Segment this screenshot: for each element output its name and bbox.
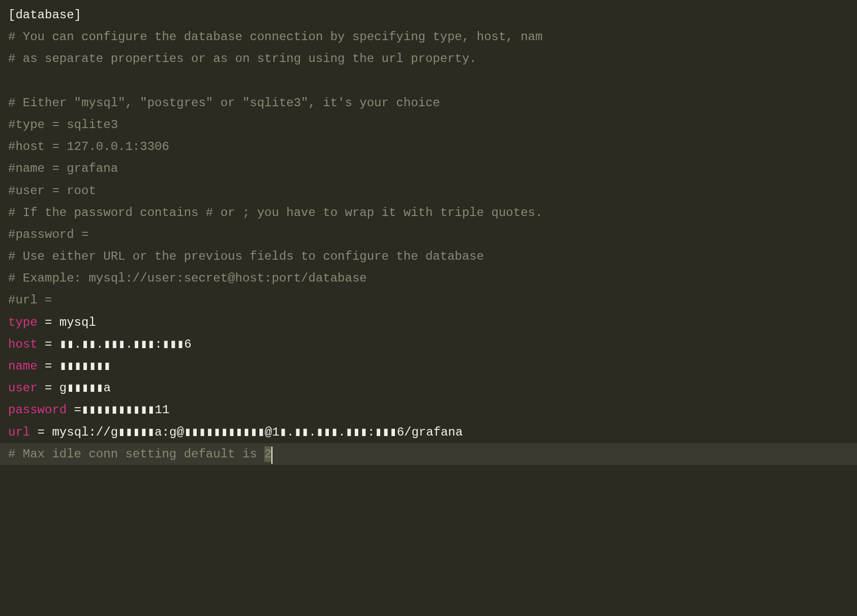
- config-line-host: host = ▮▮.▮▮.▮▮▮.▮▮▮:▮▮▮6: [8, 333, 849, 355]
- config-value-url-prefix: = mysql://g: [30, 425, 118, 439]
- current-line[interactable]: # Max idle conn setting default is 2: [0, 443, 857, 465]
- config-line-password: password =▮▮▮▮▮▮▮▮▮▮11: [8, 399, 849, 421]
- config-line-type: type = mysql: [8, 312, 849, 333]
- config-key-name: name: [8, 359, 38, 373]
- comment-text: #user = root: [8, 184, 96, 198]
- config-line-url: url = mysql://g▮▮▮▮▮a:g@▮▮▮▮▮▮▮▮▮▮▮@1▮.▮…: [8, 421, 849, 443]
- comment-text: #host = 127.0.0.1:3306: [8, 140, 169, 153]
- comment-text: #password =: [8, 228, 88, 241]
- text-cursor: [271, 447, 272, 464]
- equals-sign: =: [38, 381, 59, 395]
- config-value-user-obscured: g▮▮▮▮▮a: [59, 381, 111, 395]
- config-key-host: host: [8, 337, 38, 351]
- comment-text: # Example: mysql://user:secret@host:port…: [8, 271, 367, 285]
- comment-line: # Use either URL or the previous fields …: [8, 245, 849, 267]
- comment-line: #type = sqlite3: [8, 114, 849, 136]
- comment-text: # You can configure the database connect…: [8, 30, 542, 44]
- comment-text: #type = sqlite3: [8, 118, 118, 132]
- config-key-type: type: [8, 316, 38, 329]
- comment-line: #user = root: [8, 180, 849, 202]
- comment-line: # Example: mysql://user:secret@host:port…: [8, 267, 849, 289]
- comment-line: #name = grafana: [8, 158, 849, 179]
- empty-line: [8, 70, 849, 92]
- config-key-url: url: [8, 425, 30, 439]
- comment-line: # You can configure the database connect…: [8, 26, 849, 48]
- comment-text: # Use either URL or the previous fields …: [8, 250, 484, 263]
- config-key-user: user: [8, 381, 38, 395]
- config-value-host-obscured: ▮▮.▮▮.▮▮▮.▮▮▮:▮▮▮6: [59, 337, 192, 351]
- comment-text: # Either "mysql", "postgres" or "sqlite3…: [8, 96, 440, 110]
- comment-line: #host = 127.0.0.1:3306: [8, 136, 849, 158]
- comment-line: #password =: [8, 224, 849, 245]
- comment-line: # Either "mysql", "postgres" or "sqlite3…: [8, 92, 849, 114]
- equals-sign: =: [38, 359, 59, 373]
- config-value-url-suffix: /grafana: [404, 425, 463, 439]
- config-key-password: password: [8, 403, 67, 417]
- comment-line: #url =: [8, 289, 849, 311]
- section-header-line: [database]: [8, 4, 849, 26]
- highlighted-char: 2: [264, 446, 271, 462]
- comment-text: # Max idle conn setting default is: [8, 447, 264, 461]
- comment-line: # If the password contains # or ; you ha…: [8, 202, 849, 224]
- config-line-user: user = g▮▮▮▮▮a: [8, 377, 849, 399]
- comment-text: #name = grafana: [8, 162, 118, 175]
- comment-text: # If the password contains # or ; you ha…: [8, 206, 542, 220]
- comment-line: # as separate properties or as on string…: [8, 48, 849, 70]
- config-value-name-obscured: ▮▮▮▮▮▮▮: [59, 359, 111, 373]
- section-header: [database]: [8, 8, 81, 22]
- config-value-type: = mysql: [38, 316, 96, 329]
- comment-text: #url =: [8, 293, 52, 307]
- config-value-url-obscured: ▮▮▮▮▮a:g@▮▮▮▮▮▮▮▮▮▮▮@1▮.▮▮.▮▮▮.▮▮▮:▮▮▮6: [118, 425, 404, 439]
- equals-sign: =: [38, 337, 59, 351]
- config-line-name: name = ▮▮▮▮▮▮▮: [8, 355, 849, 377]
- equals-sign: =: [67, 403, 81, 417]
- comment-text: # as separate properties or as on string…: [8, 52, 477, 66]
- config-value-password-obscured: ▮▮▮▮▮▮▮▮▮▮11: [81, 403, 169, 417]
